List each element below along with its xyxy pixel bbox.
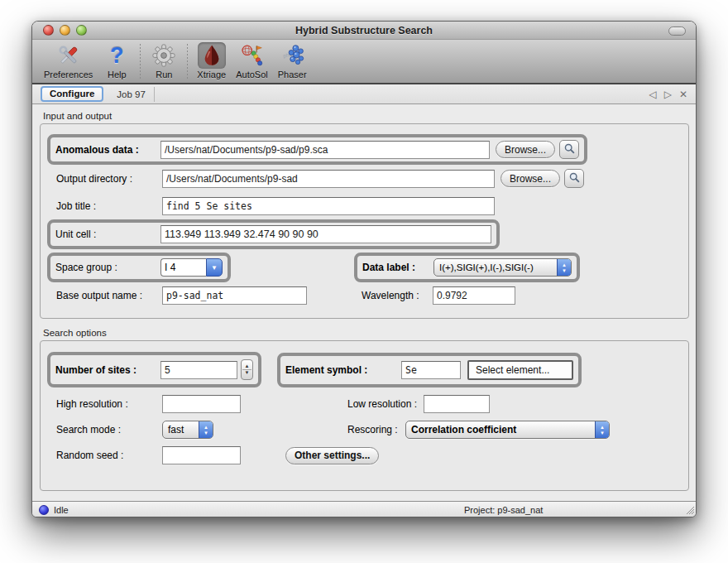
tab-job-97[interactable]: Job 97 <box>108 88 154 101</box>
tab-forward-icon[interactable]: ▷ <box>664 89 672 99</box>
main-toolbar: Preferences ? Help <box>32 40 696 84</box>
tab-configure[interactable]: Configure <box>41 86 103 102</box>
job-title-input[interactable] <box>162 197 495 215</box>
status-bar: Idle Project: p9-sad_nat <box>32 501 696 517</box>
popup-arrows-icon: ▲▼ <box>557 259 571 276</box>
xtriage-drop-icon <box>198 42 226 69</box>
gear-icon <box>150 42 178 69</box>
autosol-button[interactable]: AutoSol <box>231 42 273 79</box>
anomalous-browse-button[interactable]: Browse... <box>496 141 555 158</box>
help-button[interactable]: ? Help <box>98 42 136 79</box>
toolbar-item-label: Run <box>156 70 172 79</box>
space-group-highlight: Space group : ▼ <box>47 253 231 282</box>
status-text: Idle <box>54 505 69 515</box>
screenshot-page: Hybrid Substructure Search <box>0 0 728 563</box>
configure-panel: Input and output Anomalous data : Browse… <box>32 104 696 501</box>
tab-divider <box>154 87 155 102</box>
tools-icon <box>55 42 83 69</box>
chevron-down-icon[interactable]: ▼ <box>206 258 223 277</box>
search-mode-popup[interactable]: fast ▲▼ <box>162 421 213 439</box>
magnifier-icon <box>568 171 581 186</box>
anomalous-preview-button[interactable] <box>559 140 579 159</box>
toolbar-separator <box>187 44 188 79</box>
low-resolution-label: Low resolution : <box>347 398 424 410</box>
element-symbol-input[interactable] <box>401 361 461 379</box>
tab-bar: Configure Job 97 ◁ ▷ ✕ <box>32 84 696 104</box>
toolbar-item-label: Xtriage <box>197 70 226 79</box>
tab-close-icon[interactable]: ✕ <box>679 89 687 99</box>
app-window: Hybrid Substructure Search <box>31 21 697 517</box>
high-resolution-label: High resolution : <box>56 398 162 410</box>
section-title-search-options: Search options <box>43 328 696 338</box>
data-label-popup[interactable]: I(+),SIGI(+),I(-),SIGI(-) ▲▼ <box>433 258 572 277</box>
output-preview-button[interactable] <box>564 169 584 188</box>
popup-arrows-icon: ▲▼ <box>199 421 213 438</box>
rescoring-label: Rescoring : <box>347 424 405 435</box>
random-seed-input[interactable] <box>162 446 241 464</box>
number-of-sites-stepper[interactable]: ▲▼ <box>241 359 253 380</box>
toolbar-item-label: Phaser <box>278 70 307 79</box>
number-of-sites-highlight: Number of sites : ▲▼ <box>47 352 261 387</box>
output-browse-button[interactable]: Browse... <box>500 170 560 187</box>
question-icon: ? <box>103 42 131 69</box>
unit-cell-highlight: Unit cell : <box>47 219 500 249</box>
phaser-button[interactable]: phaser <box>273 42 312 79</box>
random-seed-label: Random seed : <box>56 450 162 461</box>
output-directory-input[interactable] <box>162 170 495 188</box>
wavelength-input[interactable] <box>433 286 515 305</box>
data-label-label: Data label : <box>362 262 427 273</box>
xtriage-button[interactable]: Xtriage <box>192 42 231 79</box>
number-of-sites-input[interactable] <box>160 361 237 379</box>
popup-arrows-icon: ▲▼ <box>595 421 609 438</box>
window-titlebar[interactable]: Hybrid Substructure Search <box>32 22 696 40</box>
high-resolution-input[interactable] <box>162 395 241 413</box>
section-title-input-output: Input and output <box>43 111 696 121</box>
job-title-label: Job title : <box>56 200 162 212</box>
toolbar-item-label: AutoSol <box>236 70 268 79</box>
toolbar-toggle-button[interactable] <box>668 26 686 36</box>
toolbar-item-label: Preferences <box>44 70 93 79</box>
anomalous-data-input[interactable] <box>160 141 490 159</box>
space-group-input[interactable] <box>160 258 206 277</box>
phaser-icon: phaser <box>278 42 306 69</box>
data-label-highlight: Data label : I(+),SIGI(+),I(-),SIGI(-) ▲… <box>354 253 580 282</box>
search-mode-label: Search mode : <box>56 424 162 435</box>
unit-cell-input[interactable] <box>160 225 491 243</box>
number-of-sites-label: Number of sites : <box>55 364 160 376</box>
anomalous-data-label: Anomalous data : <box>55 144 160 156</box>
input-output-panel: Anomalous data : Browse... Output direct… <box>40 123 689 319</box>
run-button[interactable]: Run <box>145 42 183 79</box>
wavelength-label: Wavelength : <box>362 290 433 301</box>
space-group-label: Space group : <box>55 262 160 273</box>
output-directory-label: Output directory : <box>56 173 162 185</box>
resize-grip[interactable] <box>684 504 695 517</box>
unit-cell-label: Unit cell : <box>55 229 160 240</box>
project-label: Project: p9-sad_nat <box>464 505 543 515</box>
toolbar-separator <box>140 44 141 79</box>
other-settings-button[interactable]: Other settings... <box>285 447 379 464</box>
element-symbol-highlight: Element symbol : Select element... <box>277 353 582 387</box>
low-resolution-input[interactable] <box>424 395 490 413</box>
tab-back-icon[interactable]: ◁ <box>649 89 656 99</box>
autosol-icon <box>237 42 266 69</box>
space-group-combobox[interactable]: ▼ <box>160 258 223 277</box>
window-title: Hybrid Substructure Search <box>32 25 696 36</box>
anomalous-data-highlight: Anomalous data : Browse... <box>47 134 587 165</box>
preferences-button[interactable]: Preferences <box>39 42 98 79</box>
toolbar-item-label: Help <box>108 70 127 79</box>
magnifier-icon <box>563 142 576 157</box>
search-options-panel: Number of sites : ▲▼ Element symbol : Se… <box>40 340 689 491</box>
element-symbol-label: Element symbol : <box>285 364 395 376</box>
status-indicator-icon <box>39 505 49 515</box>
base-output-name-label: Base output name : <box>56 290 162 301</box>
base-output-name-input[interactable] <box>162 286 307 305</box>
select-element-button[interactable]: Select element... <box>467 360 573 380</box>
rescoring-popup[interactable]: Correlation coefficient ▲▼ <box>405 421 610 439</box>
